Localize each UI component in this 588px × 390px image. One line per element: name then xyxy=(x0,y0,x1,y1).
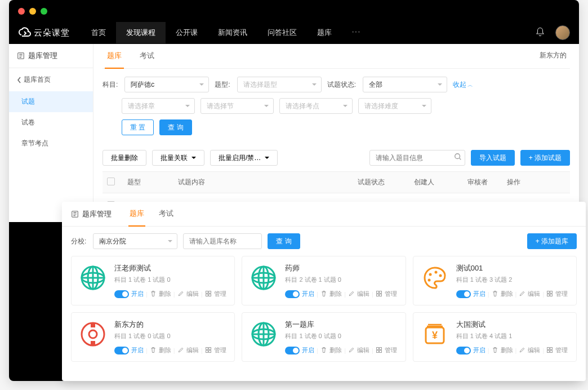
bank-toggle[interactable] xyxy=(456,347,471,354)
op-manage[interactable]: 管理 xyxy=(385,346,397,354)
batch-relate-button[interactable]: 批量关联 xyxy=(152,150,204,166)
op-delete[interactable]: 删除 xyxy=(329,346,342,354)
op-edit[interactable]: 编辑 xyxy=(357,346,369,354)
select-all-checkbox[interactable] xyxy=(107,178,115,185)
bank-toggle[interactable] xyxy=(285,347,300,354)
svg-rect-14 xyxy=(380,291,382,293)
svg-rect-15 xyxy=(376,294,378,296)
avatar[interactable] xyxy=(555,25,570,40)
op-manage[interactable]: 管理 xyxy=(555,290,568,298)
difficulty-select[interactable]: 请选择难度 xyxy=(358,98,431,114)
tab-exam[interactable]: 考试 xyxy=(137,44,157,69)
svg-point-1 xyxy=(455,154,460,159)
op-delete[interactable]: 删除 xyxy=(329,290,342,298)
tab2-exam[interactable]: 考试 xyxy=(158,202,175,227)
svg-text:¥: ¥ xyxy=(432,330,438,341)
svg-point-17 xyxy=(429,273,431,276)
sidebar-back[interactable]: 题库首页 xyxy=(9,68,93,91)
status-select[interactable]: 全部 xyxy=(363,77,447,92)
toolbar: 批量删除 批量关联 批量启用/禁… 导入试题 + 添加试题 xyxy=(103,150,570,166)
type-select[interactable]: 请选择题型 xyxy=(237,77,322,92)
status-label: 试题状态: xyxy=(327,80,356,90)
bank-card-title: 第一题库 xyxy=(285,320,398,330)
op-delete[interactable]: 删除 xyxy=(159,346,171,354)
batch-delete-button[interactable]: 批量删除 xyxy=(103,150,146,166)
bank-card[interactable]: 汪老师测试科目 1 试卷 1 试题 0开启|删除|编辑|管理 xyxy=(71,256,235,305)
bank-search-input[interactable] xyxy=(183,233,262,249)
nav-qa[interactable]: 问答社区 xyxy=(257,22,307,43)
query-button[interactable]: 查 询 xyxy=(159,119,191,135)
nav-news[interactable]: 新闻资讯 xyxy=(208,22,257,43)
bank-card[interactable]: 药师科目 2 试卷 1 试题 0开启|删除|编辑|管理 xyxy=(242,256,406,305)
th-ops: 操作 xyxy=(502,172,570,193)
batch-enable-button[interactable]: 批量启用/禁… xyxy=(210,150,278,166)
bank-query-button[interactable]: 查 询 xyxy=(268,233,300,249)
op-delete[interactable]: 删除 xyxy=(159,290,171,298)
bank-toggle[interactable] xyxy=(114,347,129,354)
trash-icon xyxy=(320,290,327,298)
op-manage[interactable]: 管理 xyxy=(555,346,568,354)
chevron-up-icon: ︿ xyxy=(467,82,473,88)
maximize-window-icon[interactable] xyxy=(41,8,47,15)
sidebar-item-papers[interactable]: 试卷 xyxy=(9,112,93,133)
svg-rect-23 xyxy=(547,294,550,296)
op-manage[interactable]: 管理 xyxy=(385,290,397,298)
op-manage[interactable]: 管理 xyxy=(214,290,226,298)
tab2-bank[interactable]: 题库 xyxy=(128,202,145,227)
op-edit[interactable]: 编辑 xyxy=(357,290,369,298)
sidebar-item-chapters[interactable]: 章节考点 xyxy=(9,133,93,154)
svg-rect-16 xyxy=(380,294,382,296)
op-manage[interactable]: 管理 xyxy=(214,346,226,354)
grid-icon xyxy=(205,347,212,354)
svg-rect-31 xyxy=(206,350,208,352)
minimize-window-icon[interactable] xyxy=(29,8,36,15)
nav-bank[interactable]: 题库 xyxy=(307,22,342,43)
op-delete[interactable]: 删除 xyxy=(501,346,513,354)
tab-bank[interactable]: 题库 xyxy=(105,44,124,69)
toggle-label: 开启 xyxy=(131,346,144,354)
reset-button[interactable]: 重 置 xyxy=(122,119,154,135)
op-edit[interactable]: 编辑 xyxy=(528,290,540,298)
chevron-down-icon xyxy=(263,154,269,162)
collapse-link[interactable]: 收起︿ xyxy=(453,80,473,90)
import-button[interactable]: 导入试题 xyxy=(471,150,515,166)
branch-label: 分校: xyxy=(71,237,86,246)
sidebar-item-questions[interactable]: 试题 xyxy=(9,91,93,112)
bank-toggle[interactable] xyxy=(285,290,300,298)
op-delete[interactable]: 删除 xyxy=(501,290,513,298)
sidebar-title: 题库管理 xyxy=(9,44,93,68)
op-edit[interactable]: 编辑 xyxy=(186,290,199,298)
bank-card[interactable]: ¥大国测试科目 1 试卷 4 试题 1开启|删除|编辑|管理 xyxy=(413,312,577,362)
subject-select[interactable]: 阿萨德c xyxy=(124,77,209,92)
op-edit[interactable]: 编辑 xyxy=(528,346,540,354)
notifications-icon[interactable] xyxy=(535,27,545,39)
nav-discover[interactable]: 发现课程 xyxy=(116,22,166,43)
section-select[interactable]: 请选择节 xyxy=(201,98,274,114)
add-bank-button[interactable]: + 添加题库 xyxy=(527,233,577,249)
bank-card[interactable]: 第一题库科目 1 试卷 0 试题 0开启|删除|编辑|管理 xyxy=(242,312,406,362)
search-input[interactable] xyxy=(369,150,465,166)
close-window-icon[interactable] xyxy=(18,8,25,15)
chapter-select[interactable]: 请选择章 xyxy=(122,98,195,114)
bank-card[interactable]: 测试001科目 1 试卷 3 试题 2开启|删除|编辑|管理 xyxy=(413,256,577,305)
bank-card[interactable]: 新东方的科目 1 试卷 0 试题 0开启|删除|编辑|管理 xyxy=(71,312,235,362)
point-select[interactable]: 请选择考点 xyxy=(279,98,353,114)
search-icon[interactable] xyxy=(454,153,462,162)
svg-point-18 xyxy=(434,271,437,274)
edit-icon xyxy=(177,290,184,298)
nav-more[interactable]: ··· xyxy=(342,22,371,43)
bank-toggle[interactable] xyxy=(114,290,129,298)
th-type: 题型 xyxy=(123,172,173,193)
branch-select[interactable]: 南京分院 xyxy=(93,233,177,249)
op-edit[interactable]: 编辑 xyxy=(186,346,199,354)
svg-rect-22 xyxy=(550,291,553,293)
bank-toggle[interactable] xyxy=(456,290,471,298)
nav-home[interactable]: 首页 xyxy=(81,22,116,43)
svg-point-28 xyxy=(89,330,97,338)
bank-tabs: 题库 考试 xyxy=(128,202,175,226)
logo[interactable]: 云朵课堂 xyxy=(18,26,70,39)
svg-rect-43 xyxy=(550,347,553,349)
main-window: 云朵课堂 首页 发现课程 公开课 新闻资讯 问答社区 题库 ··· 题库管理 xyxy=(9,21,579,222)
nav-open-course[interactable]: 公开课 xyxy=(166,22,208,43)
add-question-button[interactable]: + 添加试题 xyxy=(520,150,570,166)
